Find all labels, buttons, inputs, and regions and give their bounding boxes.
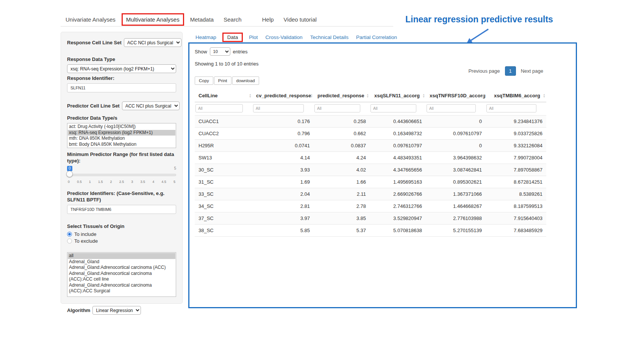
response-data-type-select[interactable]: xsq: RNA-seq Expression (log2 FPKM+1) bbox=[67, 64, 176, 73]
predictor-identifiers-input[interactable] bbox=[67, 205, 176, 214]
tab-technical-details[interactable]: Technical Details bbox=[306, 33, 352, 42]
option-act-drug-activity-log10-ic50m[interactable]: act: Drug Activity (-log10[IC50M]) bbox=[68, 124, 175, 130]
filter-cell bbox=[370, 102, 426, 115]
slider-value-badge: 0 bbox=[67, 166, 72, 171]
cell: 0.662 bbox=[314, 128, 370, 140]
cell: 2.11 bbox=[314, 188, 370, 200]
cell: 0 bbox=[426, 140, 486, 152]
filter-input-xsqtnfrsf10d-accorg[interactable] bbox=[427, 104, 476, 112]
column-label: xsqTMBIM6_accorg bbox=[494, 93, 540, 98]
filter-cell bbox=[486, 102, 546, 115]
radio-to-include[interactable]: To include bbox=[67, 231, 176, 237]
cell: 0.796 bbox=[252, 128, 314, 140]
nav-item-univariate-analyses[interactable]: Univariate Analyses bbox=[61, 14, 120, 25]
cell: 4.24 bbox=[314, 152, 370, 164]
cell: 3.85 bbox=[314, 212, 370, 225]
column-header-cv-predicted-response[interactable]: cv_predicted_response bbox=[252, 89, 314, 102]
copy-button[interactable]: Copy bbox=[195, 76, 213, 85]
option-bmt-body-dna-850k-methylation[interactable]: bmt: Body DNA 850K Methylation bbox=[68, 142, 175, 148]
nav-item-search[interactable]: Search bbox=[219, 14, 247, 25]
sort-icon bbox=[482, 94, 485, 98]
option-adrenal-gland-adrenocortical-carcinoma-acc-acc-surgical[interactable]: Adrenal_Gland:Adrenocortical carcinoma (… bbox=[68, 282, 175, 294]
cell: 2.746312766 bbox=[370, 200, 426, 212]
export-toolbar: CopyPrintdownload bbox=[195, 76, 546, 85]
slider-track[interactable] bbox=[67, 174, 176, 176]
nav-item-multivariate-analyses[interactable]: Multivariate Analyses bbox=[122, 13, 184, 26]
predictor-identifiers-label: Predictor Identifiers: (Case-Sensitive, … bbox=[67, 190, 176, 203]
slider-max-label: 5 bbox=[174, 166, 176, 170]
tab-plot[interactable]: Plot bbox=[245, 33, 261, 42]
show-entries-prefix: Show bbox=[195, 49, 207, 55]
nav-item-metadata[interactable]: Metadata bbox=[185, 14, 219, 25]
nav-item-help[interactable]: Help bbox=[257, 14, 279, 25]
cell: 2.78 bbox=[314, 200, 370, 212]
show-entries-select[interactable]: 10 bbox=[210, 47, 230, 56]
table-row: SW134.144.244.4834933513.9643986327.9907… bbox=[195, 152, 546, 164]
option-adrenal-gland[interactable]: Adrenal_Gland bbox=[68, 259, 175, 265]
cell: CUACC2 bbox=[195, 128, 252, 140]
predictor-cell-line-set-row: Predictor Cell Line Set ACC NCI plus Sur… bbox=[67, 101, 176, 110]
page-1-button[interactable]: 1 bbox=[505, 66, 516, 76]
tab-partial-correlation[interactable]: Partial Correlation bbox=[352, 33, 401, 42]
filter-input-cellline[interactable] bbox=[195, 104, 243, 112]
slider-tick: 1.5 bbox=[98, 180, 103, 184]
option-xsq-rna-seq-expression-log2-fpkm-1[interactable]: xsq: RNA-seq Expression (log2 FPKM+1) bbox=[68, 130, 175, 136]
column-header-xsqslfn11-accorg[interactable]: xsqSLFN11_accorg bbox=[370, 89, 426, 102]
tab-heatmap[interactable]: Heatmap bbox=[192, 33, 220, 42]
cell: 0.163498732 bbox=[370, 128, 426, 140]
table-row: 31_SC1.691.661.4956951630.8953026218.672… bbox=[195, 176, 546, 188]
filter-cell bbox=[195, 102, 252, 115]
column-header-predicted-response[interactable]: predicted_response bbox=[314, 89, 370, 102]
option-mth-dna-850k-methylation[interactable]: mth: DNA 850K Methylation bbox=[68, 136, 175, 142]
filter-input-cv-predicted-response[interactable] bbox=[253, 104, 304, 112]
filter-input-predicted-response[interactable] bbox=[314, 104, 360, 112]
response-identifier-input[interactable] bbox=[67, 83, 176, 92]
column-header-xsqtmbim6-accorg[interactable]: xsqTMBIM6_accorg bbox=[486, 89, 546, 102]
download-button[interactable]: download bbox=[232, 76, 259, 85]
min-predictor-range-slider[interactable]: 0 5 00.511.522.533.544.55 bbox=[67, 166, 176, 186]
sort-icon bbox=[422, 94, 425, 98]
previous-page-button[interactable]: Previous page bbox=[465, 66, 503, 76]
predictor-data-types-label: Predictor Data Type/s bbox=[67, 115, 176, 121]
predictor-cell-line-set-select[interactable]: ACC NCI plus Surgical bbox=[122, 101, 180, 110]
sort-icon bbox=[249, 94, 252, 98]
filter-cell bbox=[426, 102, 486, 115]
column-header-xsqtnfrsf10d-accorg[interactable]: xsqTNFRSF10D_accorg bbox=[426, 89, 486, 102]
option-all[interactable]: all bbox=[68, 253, 175, 259]
option-adrenal-gland-adrenocortical-carcinoma-acc[interactable]: Adrenal_Gland:Adrenocortical carcinoma (… bbox=[68, 265, 175, 271]
table-row: 33_SC2.042.112.6690267661.3673710668.538… bbox=[195, 188, 546, 200]
tab-cross-validation[interactable]: Cross-Validation bbox=[262, 33, 306, 42]
algorithm-select[interactable]: Linear Regression bbox=[92, 306, 141, 315]
cell: 30_SC bbox=[195, 164, 252, 176]
radio-label: To include bbox=[74, 231, 97, 237]
cell: 0 bbox=[426, 115, 486, 128]
column-header-cellline[interactable]: CellLine bbox=[195, 89, 252, 102]
cell: 7.897058867 bbox=[486, 164, 546, 176]
table-head: CellLinecv_predicted_responsepredicted_r… bbox=[195, 89, 546, 115]
cell: 3.964398632 bbox=[426, 152, 486, 164]
sort-icon bbox=[310, 94, 313, 98]
column-label: CellLine bbox=[199, 93, 218, 98]
cell: 3.97 bbox=[252, 212, 314, 225]
cell: 0.0741 bbox=[252, 140, 314, 152]
response-cell-line-set-select[interactable]: ACC NCI plus Surgical bbox=[124, 38, 181, 47]
cell: 37_SC bbox=[195, 212, 252, 225]
filter-cell bbox=[314, 102, 370, 115]
cell: 9.033725826 bbox=[486, 128, 546, 140]
cell: CUACC1 bbox=[195, 115, 252, 128]
nav-item-video-tutorial[interactable]: Video tutorial bbox=[279, 14, 322, 25]
slider-tick: 5 bbox=[174, 180, 175, 184]
radio-to-exclude[interactable]: To exclude bbox=[67, 238, 176, 244]
option-adrenal-gland-adrenocortical-carcinoma-acc-acc-cell-line[interactable]: Adrenal_Gland:Adrenocortical carcinoma (… bbox=[68, 271, 175, 282]
response-cell-line-set-row: Response Cell Line Set ACC NCI plus Surg… bbox=[67, 38, 176, 47]
print-button[interactable]: Print bbox=[214, 76, 231, 85]
filter-input-xsqtmbim6-accorg[interactable] bbox=[486, 104, 536, 112]
response-cell-line-set-label: Response Cell Line Set bbox=[67, 40, 122, 45]
next-page-button[interactable]: Next page bbox=[518, 66, 546, 76]
results-table: CellLinecv_predicted_responsepredicted_r… bbox=[195, 89, 546, 237]
pagination: Previous page 1 Next page bbox=[465, 66, 546, 76]
slider-handle[interactable] bbox=[66, 171, 73, 177]
cell: 3.93 bbox=[252, 164, 314, 176]
tab-data[interactable]: Data bbox=[222, 33, 243, 42]
filter-input-xsqslfn11-accorg[interactable] bbox=[370, 104, 416, 112]
